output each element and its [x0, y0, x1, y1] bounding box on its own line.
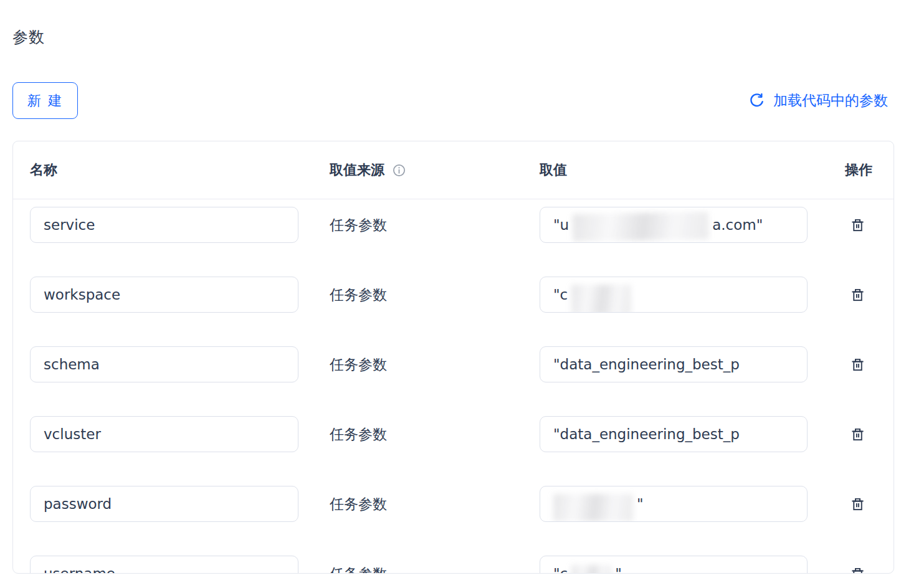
param-value-suffix: a.com"	[712, 217, 763, 233]
params-table: 名称 取值来源 取值 操作 service 任务参数 "ua.com"	[12, 141, 894, 574]
param-value-input[interactable]: "	[540, 486, 808, 522]
trash-icon[interactable]	[851, 497, 865, 511]
trash-icon[interactable]	[851, 358, 865, 372]
param-name-input[interactable]: workspace	[30, 277, 298, 313]
load-code-params-label: 加载代码中的参数	[773, 91, 888, 110]
table-row: vcluster 任务参数 "data_engineering_best_p	[13, 409, 894, 478]
param-name-value: workspace	[44, 287, 120, 303]
refresh-icon	[748, 92, 765, 109]
param-name-input[interactable]: vcluster	[30, 416, 298, 452]
param-name-value: password	[44, 496, 112, 512]
table-row: schema 任务参数 "data_engineering_best_p	[13, 339, 894, 409]
param-source: 任务参数	[330, 416, 387, 452]
column-header-value: 取值	[540, 161, 808, 179]
param-name-value: schema	[44, 356, 100, 372]
load-code-params-link[interactable]: 加载代码中的参数	[748, 91, 888, 110]
param-name-value: vcluster	[44, 426, 101, 442]
param-name-input[interactable]: schema	[30, 346, 298, 382]
param-value-input[interactable]: "data_engineering_best_p	[540, 346, 808, 382]
trash-icon[interactable]	[851, 218, 865, 232]
column-header-source: 取值来源	[330, 161, 540, 179]
param-value-input[interactable]: "ua.com"	[540, 207, 808, 243]
redacted-blur	[553, 494, 633, 521]
redacted-blur	[571, 565, 611, 574]
param-name-input[interactable]: service	[30, 207, 298, 243]
info-icon[interactable]	[392, 163, 406, 178]
param-name-value: service	[44, 217, 95, 233]
redacted-blur	[571, 285, 631, 313]
table-row: username 任务参数 "c"	[13, 548, 894, 574]
param-value-prefix: "c	[553, 566, 568, 574]
page-title: 参数	[12, 0, 888, 47]
trash-icon[interactable]	[851, 567, 865, 574]
param-name-input[interactable]: password	[30, 486, 298, 522]
param-source: 任务参数	[330, 556, 387, 574]
param-value-suffix: "	[637, 496, 644, 512]
parameters-panel: 参数 新 建 加载代码中的参数 名称 取值来源	[0, 0, 901, 588]
param-value-text: "data_engineering_best_p	[553, 356, 740, 372]
param-value-input[interactable]: "c	[540, 277, 808, 313]
new-button[interactable]: 新 建	[12, 82, 78, 119]
param-source: 任务参数	[330, 346, 387, 382]
table-header: 名称 取值来源 取值 操作	[13, 141, 894, 199]
table-row: service 任务参数 "ua.com"	[13, 199, 894, 269]
param-value-suffix: "	[615, 566, 622, 574]
param-source: 任务参数	[330, 277, 387, 313]
toolbar: 新 建 加载代码中的参数	[12, 82, 888, 119]
column-header-action: 操作	[808, 161, 894, 179]
table-row: password 任务参数 "	[13, 478, 894, 548]
column-header-name: 名称	[30, 161, 330, 179]
param-value-text: "data_engineering_best_p	[553, 426, 740, 442]
param-source: 任务参数	[330, 207, 387, 243]
param-value-input[interactable]: "c"	[540, 556, 808, 574]
param-source: 任务参数	[330, 486, 387, 522]
param-name-input[interactable]: username	[30, 556, 298, 574]
param-value-prefix: "u	[553, 217, 569, 233]
table-row: workspace 任务参数 "c	[13, 269, 894, 339]
column-header-source-label: 取值来源	[330, 161, 384, 179]
trash-icon[interactable]	[851, 427, 865, 442]
redacted-blur	[573, 212, 709, 242]
param-value-input[interactable]: "data_engineering_best_p	[540, 416, 808, 452]
param-name-value: username	[44, 566, 115, 574]
param-value-prefix: "c	[553, 287, 568, 303]
trash-icon[interactable]	[851, 288, 865, 302]
